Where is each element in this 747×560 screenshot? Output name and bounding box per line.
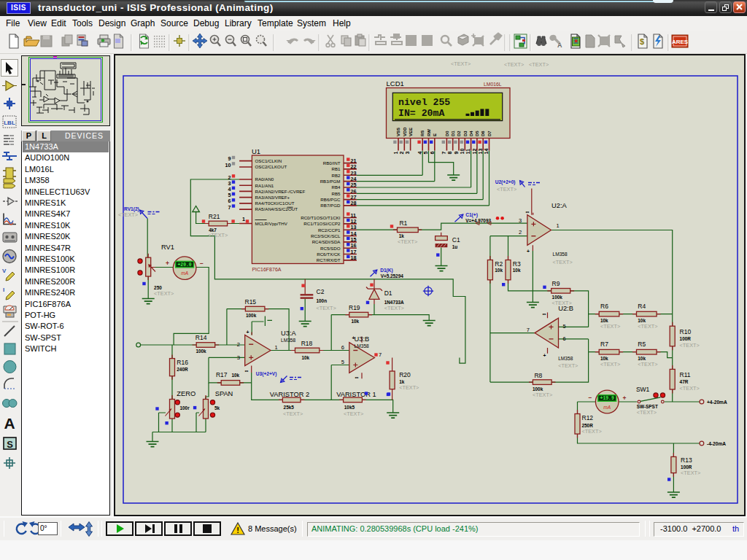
- svg-text:LM358: LM358: [558, 356, 573, 361]
- svg-text:-4-20mA: -4-20mA: [707, 441, 726, 446]
- svg-text:R16: R16: [177, 359, 188, 366]
- svg-text:13: 13: [478, 149, 483, 155]
- svg-text:100R: 100R: [681, 464, 692, 470]
- svg-text:+4-20mA: +4-20mA: [707, 400, 727, 405]
- svg-text:−: −: [589, 394, 592, 401]
- svg-text:U3(+2+V): U3(+2+V): [256, 371, 277, 377]
- svg-text:R10: R10: [680, 328, 692, 335]
- svg-text:RC3/SCK/SCL: RC3/SCK/SCL: [311, 233, 341, 238]
- svg-text:ARES: ARES: [672, 39, 689, 45]
- svg-text:<TEXT>: <TEXT>: [638, 323, 657, 330]
- svg-text:100n: 100n: [317, 298, 328, 303]
- svg-text:1: 1: [242, 216, 245, 222]
- svg-text:47R: 47R: [680, 379, 689, 384]
- svg-text:U3:A: U3:A: [281, 330, 296, 337]
- svg-text:10k: 10k: [352, 319, 360, 324]
- svg-text:RC4/SDI/SDA: RC4/SDI/SDA: [312, 239, 341, 244]
- svg-text:RC1/T1OSI/CCP2: RC1/T1OSI/CCP2: [303, 221, 341, 226]
- svg-text:∞: ∞: [245, 368, 249, 373]
- svg-text:9: 9: [454, 152, 459, 155]
- svg-text:R18: R18: [301, 340, 313, 347]
- svg-text:R4: R4: [638, 303, 646, 310]
- svg-text:R11: R11: [680, 371, 691, 378]
- svg-text:PIC16F876A: PIC16F876A: [252, 267, 281, 272]
- svg-text:100k: 100k: [552, 295, 563, 300]
- svg-text:<TEXT>: <TEXT>: [497, 186, 516, 192]
- svg-text:D6: D6: [481, 131, 485, 136]
- svg-text:IN= 20mA: IN= 20mA: [398, 108, 444, 119]
- svg-text:5: 5: [563, 323, 566, 330]
- svg-text:1k: 1k: [399, 379, 405, 384]
- svg-text:100R: 100R: [680, 336, 692, 341]
- svg-text:<TEXT>: <TEXT>: [208, 232, 228, 238]
- svg-text:RC5/SDO: RC5/SDO: [320, 246, 341, 251]
- svg-text:+: +: [623, 394, 627, 402]
- svg-text:<TEXT>: <TEXT>: [451, 61, 471, 67]
- svg-text:R3: R3: [513, 260, 521, 268]
- svg-text:RB0/INT: RB0/INT: [323, 160, 341, 166]
- svg-text:D1: D1: [384, 289, 392, 297]
- svg-text:1k: 1k: [399, 233, 405, 238]
- svg-text:R9: R9: [552, 280, 560, 287]
- svg-text:<TEXT>: <TEXT>: [553, 259, 573, 265]
- svg-text:D1: D1: [451, 131, 455, 136]
- svg-text:R14: R14: [196, 334, 207, 341]
- svg-text:R15: R15: [245, 298, 257, 306]
- svg-text:A: A: [4, 415, 15, 432]
- svg-text:D1(K): D1(K): [380, 268, 393, 273]
- svg-text:100k: 100k: [246, 313, 257, 318]
- svg-text:LM358: LM358: [553, 252, 568, 257]
- svg-text:1N4733A: 1N4733A: [384, 300, 404, 305]
- svg-text:6: 6: [563, 335, 566, 342]
- svg-text:RB5: RB5: [331, 191, 341, 196]
- svg-text:<TEXT>: <TEXT>: [398, 238, 417, 245]
- svg-text:RS: RS: [420, 131, 425, 136]
- svg-text:VEE: VEE: [409, 128, 413, 136]
- svg-text:RV1: RV1: [161, 244, 174, 251]
- svg-text:8: 8: [447, 152, 452, 155]
- svg-text:$: $: [640, 37, 644, 46]
- svg-text:RA2/AN2/VREF-/CVREF: RA2/AN2/VREF-/CVREF: [255, 189, 306, 194]
- svg-text:VDD: VDD: [403, 127, 407, 136]
- svg-text:RB4: RB4: [331, 184, 341, 190]
- svg-text:<TEXT>: <TEXT>: [600, 361, 620, 368]
- svg-text:3: 3: [519, 217, 522, 224]
- svg-text:∞: ∞: [526, 209, 530, 214]
- svg-text:+: +: [166, 260, 169, 267]
- svg-text:MCLR/Vpp/THV: MCLR/Vpp/THV: [255, 221, 288, 226]
- svg-text:R1: R1: [399, 219, 407, 227]
- svg-text:6: 6: [341, 344, 344, 351]
- svg-text:10k: 10k: [301, 355, 309, 360]
- svg-text:VARISTOR 2: VARISTOR 2: [270, 391, 309, 398]
- svg-text:10k: 10k: [232, 373, 240, 378]
- svg-text:12: 12: [472, 149, 477, 155]
- svg-text:U3:B: U3:B: [355, 335, 370, 343]
- svg-text:U2:A: U2:A: [551, 202, 567, 209]
- svg-text:7: 7: [379, 351, 382, 358]
- svg-text:R7: R7: [600, 341, 608, 348]
- svg-text:D0: D0: [445, 131, 449, 136]
- svg-text:mA: mA: [603, 405, 611, 410]
- svg-text:+: +: [247, 330, 249, 335]
- svg-text:RA0/AN0: RA0/AN0: [255, 176, 274, 182]
- svg-text:<TEXT>: <TEXT>: [399, 384, 419, 391]
- svg-text:<TEXT>: <TEXT>: [384, 305, 404, 311]
- svg-text:6: 6: [430, 152, 435, 155]
- svg-text:C1(+): C1(+): [465, 212, 478, 218]
- svg-text:<TEXT>: <TEXT>: [118, 211, 138, 218]
- svg-text:+: +: [527, 249, 530, 254]
- svg-text:D4: D4: [469, 131, 473, 136]
- svg-text:+19.9: +19.9: [600, 396, 614, 401]
- svg-text:V: V: [2, 268, 7, 274]
- svg-text:3: 3: [405, 152, 410, 155]
- svg-text:2: 2: [237, 341, 240, 348]
- svg-text:5: 5: [423, 152, 428, 155]
- svg-text:R20: R20: [399, 371, 411, 378]
- svg-text:∞: ∞: [355, 375, 359, 380]
- svg-text:RB2: RB2: [331, 173, 341, 178]
- svg-text:<TEXT>: <TEXT>: [529, 61, 549, 68]
- svg-text:1: 1: [275, 344, 278, 351]
- svg-text:+20.0: +20.0: [178, 262, 192, 268]
- svg-text:U2(+2+0): U2(+2+0): [495, 179, 516, 185]
- svg-text:<TEXT>: <TEXT>: [317, 305, 336, 311]
